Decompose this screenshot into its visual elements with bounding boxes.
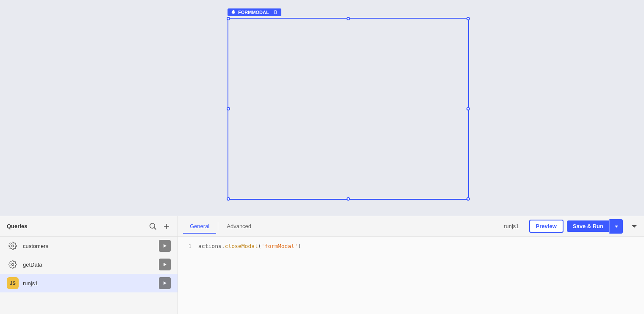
bottom-panel: Queries — [0, 216, 644, 314]
resize-handle-ml[interactable] — [227, 107, 230, 110]
query-item-runjs1[interactable]: JS runjs1 — [0, 274, 178, 292]
collapse-panel-button[interactable] — [630, 222, 639, 231]
queries-sidebar: Queries — [0, 216, 178, 314]
save-run-button[interactable]: Save & Run — [567, 220, 609, 232]
gear-icon — [231, 10, 236, 15]
resize-handle-br[interactable] — [466, 197, 470, 201]
resize-handle-tl[interactable] — [227, 17, 230, 20]
query-list: customers getData — [0, 237, 178, 314]
getData-query-icon — [7, 259, 19, 270]
code-content-1: actions.closeModal('formModal') — [198, 242, 301, 251]
runjs1-query-icon: JS — [7, 277, 19, 289]
resize-handle-bl[interactable] — [227, 197, 230, 201]
svg-marker-1 — [164, 244, 167, 248]
tab-general[interactable]: General — [183, 220, 216, 234]
code-open-paren: ( — [258, 243, 261, 249]
code-fn: closeModal — [225, 243, 258, 249]
plus-icon — [163, 223, 170, 230]
resize-handle-tc[interactable] — [347, 17, 350, 20]
runjs1-run-button[interactable] — [159, 277, 171, 289]
play-icon3 — [163, 281, 167, 285]
query-item-customers[interactable]: customers — [0, 237, 178, 255]
save-run-dropdown-button[interactable] — [609, 219, 623, 234]
code-line-1: 1 actions.closeModal('formModal') — [178, 242, 644, 251]
save-run-group: Save & Run — [567, 219, 623, 234]
svg-point-0 — [12, 245, 14, 247]
editor-toolbar: General Advanced runjs1 Preview Save & R… — [178, 216, 644, 237]
queries-header-actions — [149, 222, 171, 231]
getData-query-name: getData — [23, 262, 155, 268]
query-item-getData[interactable]: getData — [0, 255, 178, 274]
editor-toolbar-right: runjs1 Preview Save & Run — [504, 219, 639, 234]
svg-marker-6 — [632, 225, 637, 228]
current-query-name: runjs1 — [504, 223, 519, 229]
resize-handle-bc[interactable] — [347, 197, 350, 201]
customers-run-button[interactable] — [159, 240, 171, 252]
form-modal-name: FORMMODAL — [238, 10, 269, 15]
preview-button[interactable]: Preview — [529, 220, 564, 233]
queries-header: Queries — [0, 216, 178, 237]
db-gear-icon2 — [8, 260, 17, 269]
svg-marker-3 — [164, 263, 167, 266]
svg-marker-4 — [164, 281, 167, 285]
code-close-paren: ) — [298, 243, 301, 249]
getData-run-button[interactable] — [159, 259, 171, 270]
js-label: JS — [10, 281, 15, 286]
code-actions: actions. — [198, 243, 225, 249]
add-query-button[interactable] — [162, 222, 171, 231]
svg-marker-5 — [615, 226, 618, 228]
form-modal-label[interactable]: FORMMODAL — [228, 8, 281, 16]
customers-query-name: customers — [23, 243, 155, 249]
form-modal-wrapper[interactable]: FORMMODAL — [228, 18, 469, 200]
play-icon2 — [163, 262, 167, 267]
runjs1-query-name: runjs1 — [23, 280, 155, 286]
play-icon — [163, 244, 167, 248]
editor-area: General Advanced runjs1 Preview Save & R… — [178, 216, 644, 314]
code-arg: 'formModal' — [261, 243, 298, 249]
tab-advanced[interactable]: Advanced — [220, 220, 258, 234]
delete-icon[interactable] — [273, 10, 278, 15]
db-gear-icon — [8, 242, 17, 250]
tab-divider — [218, 222, 218, 231]
resize-handle-tr[interactable] — [466, 17, 470, 20]
code-editor[interactable]: 1 actions.closeModal('formModal') — [178, 237, 644, 314]
search-icon — [150, 223, 156, 230]
svg-point-2 — [12, 264, 14, 266]
line-number-1: 1 — [183, 242, 192, 251]
queries-title: Queries — [7, 223, 27, 229]
resize-handle-mr[interactable] — [466, 107, 470, 110]
form-modal-box[interactable] — [228, 18, 469, 200]
chevron-down-icon2 — [631, 223, 637, 229]
canvas-area: FORMMODAL — [0, 0, 644, 216]
customers-query-icon — [7, 240, 19, 252]
chevron-down-icon — [614, 224, 619, 229]
search-button[interactable] — [149, 222, 157, 231]
